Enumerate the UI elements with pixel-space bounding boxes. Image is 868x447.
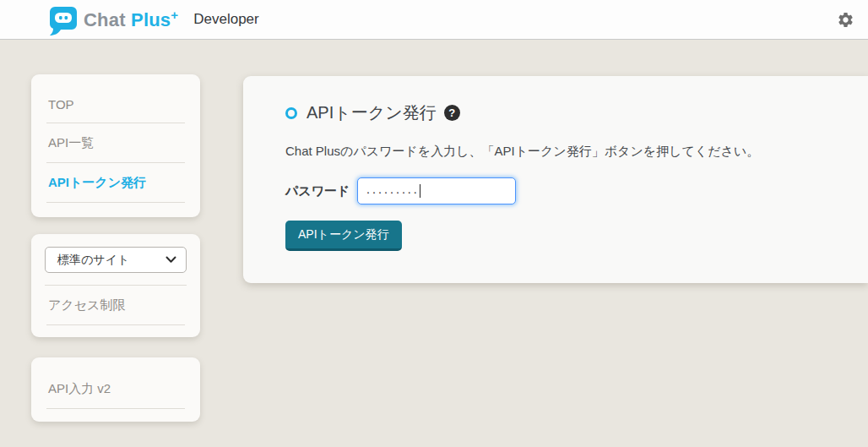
title-row: APIトークン発行 ? xyxy=(285,101,826,124)
sidebar-site-card: 標準のサイト アクセス制限 xyxy=(31,234,200,337)
password-input[interactable]: ········· xyxy=(357,177,516,204)
gear-icon xyxy=(837,11,854,29)
site-select-value: 標準のサイト xyxy=(57,253,165,268)
sidebar-item-api-input-v2[interactable]: API入力 v2 xyxy=(46,369,185,409)
password-label: パスワード xyxy=(285,183,350,199)
password-form-row: パスワード ········· xyxy=(285,177,826,204)
text-caret xyxy=(420,184,420,198)
help-icon[interactable]: ? xyxy=(444,105,460,121)
top-header: Chat Plus+ Developer xyxy=(0,0,868,40)
site-select-wrapper: 標準のサイト xyxy=(45,234,187,286)
api-token-issue-button[interactable]: APIトークン発行 xyxy=(285,221,402,251)
chat-bubble-logo-icon xyxy=(47,5,78,37)
page-title: APIトークン発行 xyxy=(307,101,437,124)
sidebar-item-api-list[interactable]: API一覧 xyxy=(46,123,185,163)
logo-wordmark: Chat Plus+ xyxy=(84,8,178,31)
settings-button[interactable] xyxy=(834,8,856,30)
sidebar-item-top[interactable]: TOP xyxy=(46,85,185,123)
section-circle-icon xyxy=(285,107,297,119)
developer-label: Developer xyxy=(193,11,259,28)
chevron-down-icon xyxy=(165,256,176,264)
password-masked-value: ········· xyxy=(366,184,419,199)
sidebar-item-access-restriction[interactable]: アクセス制限 xyxy=(46,286,185,325)
sidebar-item-api-token[interactable]: APIトークン発行 xyxy=(46,163,185,203)
sidebar-api-v2-card: API入力 v2 xyxy=(31,357,200,422)
main-content-card: APIトークン発行 ? Chat Plusのパスワードを入力し、「APIトークン… xyxy=(243,76,868,283)
chatplus-logo[interactable]: Chat Plus+ xyxy=(47,3,178,37)
instruction-text: Chat Plusのパスワードを入力し、「APIトークン発行」ボタンを押してくだ… xyxy=(285,144,826,160)
site-select[interactable]: 標準のサイト xyxy=(45,247,187,273)
sidebar-nav-card: TOP API一覧 APIトークン発行 xyxy=(31,74,200,217)
